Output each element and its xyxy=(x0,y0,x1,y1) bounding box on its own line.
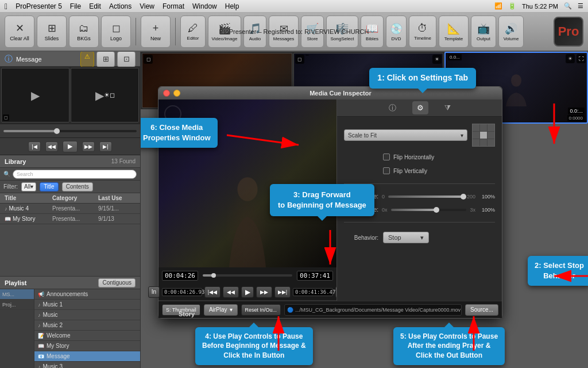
scrubber-track[interactable] xyxy=(3,130,137,132)
list-item[interactable]: ♪ Music 1 xyxy=(34,300,140,310)
list-item[interactable]: 📝 Welcome xyxy=(34,331,140,341)
mci-tab-sliders[interactable]: ⧩ xyxy=(440,101,455,115)
logo-button[interactable]: ◻ Logo xyxy=(101,16,131,48)
editor-button[interactable]: 🖊 Editor xyxy=(180,16,206,48)
editor-icon: 🖊 xyxy=(188,22,198,34)
contiguous-button[interactable]: Contiguous xyxy=(98,278,136,288)
bg-corner-btn-2[interactable]: ☀ xyxy=(432,55,442,64)
apple-menu[interactable]:  xyxy=(5,2,7,11)
slides-button[interactable]: ⊞ Slides xyxy=(37,16,67,48)
volume-slider[interactable] xyxy=(388,195,463,198)
message-bar: ⓘ Message ⚠ ⊞ ⊡ xyxy=(0,52,140,67)
table-row[interactable]: ♪ Music 4 Presenta... 9/15/1... xyxy=(0,204,140,214)
playrate-slider[interactable] xyxy=(391,209,467,211)
filter-contents-btn[interactable]: Contents xyxy=(62,182,93,191)
time-knob[interactable] xyxy=(211,273,216,278)
menu-actions[interactable]: Actions xyxy=(109,2,131,10)
reset-inout-button[interactable]: Reset In/Ou... xyxy=(241,304,281,316)
mci-play[interactable]: ▶ xyxy=(241,286,254,298)
airplay-button[interactable]: AirPlay ▾ xyxy=(204,304,238,316)
mci-skip-back[interactable]: |◀◀ xyxy=(204,286,220,298)
menu-file[interactable]: File xyxy=(70,2,81,10)
item-icon-music3: ♪ xyxy=(38,364,41,369)
scale-dropdown[interactable]: Scale to Fit ▾ xyxy=(344,129,467,141)
list-item[interactable]: 📖 My Story xyxy=(34,341,140,351)
new-button[interactable]: + New xyxy=(141,16,171,48)
live-preview-sun[interactable]: ☀ xyxy=(566,54,575,63)
warning-icon: ⚠ xyxy=(80,51,94,67)
time-slider[interactable] xyxy=(203,274,292,277)
mci-skip-ff[interactable]: ▶▶| xyxy=(274,286,291,298)
mci-ff[interactable]: ▶▶ xyxy=(256,286,272,298)
action-btn-2[interactable]: ⊡ xyxy=(117,51,136,67)
table-row[interactable]: 📖 My Story Presenta... 9/1/13 xyxy=(0,214,140,224)
filter-option: All xyxy=(24,183,30,190)
scale-chevron: ▾ xyxy=(461,132,463,139)
playlist-group-ms[interactable]: MS... xyxy=(0,289,34,300)
item-icon-announcements: 📢 xyxy=(38,292,44,297)
item-label-music: Music xyxy=(43,312,58,318)
action-btn-1[interactable]: ⊞ xyxy=(96,51,115,67)
preview-thumb-1[interactable]: ▶ ◻ xyxy=(1,68,69,122)
mci-tab-info[interactable]: ⓘ xyxy=(384,101,401,116)
mci-tab-settings[interactable]: ⚙ xyxy=(412,101,428,114)
list-item[interactable]: ♪ Music xyxy=(34,310,140,320)
menu-edit[interactable]: Edit xyxy=(89,2,101,10)
mci-minimize-button[interactable] xyxy=(173,90,180,97)
rate-min: 0x xyxy=(382,207,388,213)
thumbnail-button[interactable]: S: Thumbnail xyxy=(162,304,200,316)
skip-back-button[interactable]: |◀ xyxy=(28,141,41,152)
menu-view[interactable]: View xyxy=(140,2,154,10)
search-icon[interactable]: 🔍 xyxy=(564,2,572,10)
clear-all-button[interactable]: ✕ Clear All xyxy=(5,16,34,48)
menu-icon[interactable]: ☰ xyxy=(578,2,583,10)
scrubber-bar[interactable] xyxy=(0,124,140,138)
rewind-button[interactable]: ◀◀ xyxy=(45,141,58,152)
behavior-dropdown[interactable]: Stop ▾ xyxy=(383,232,429,243)
timeline-button[interactable]: ⏱ Timeline xyxy=(409,16,436,48)
col-title: Title xyxy=(5,195,52,201)
template-icon: 📐 xyxy=(447,22,460,35)
scale-grid[interactable] xyxy=(472,124,495,147)
list-item[interactable]: ♪ Music 3 xyxy=(34,362,140,368)
live-preview-fullscreen[interactable]: ⛶ xyxy=(577,54,586,63)
library-section: Library 13 Found 🔍 Search Filter: All ▾ … xyxy=(0,155,140,276)
list-item[interactable]: ♪ Music 2 xyxy=(34,320,140,331)
filter-title-btn[interactable]: Title xyxy=(40,182,59,191)
clear-all-icon: ✕ xyxy=(16,22,24,34)
volume-button[interactable]: 🔊 Volume xyxy=(498,16,524,48)
flip-v-checkbox[interactable] xyxy=(383,167,390,174)
scrubber-thumb[interactable] xyxy=(54,128,60,134)
vol-value: 100% xyxy=(479,194,495,200)
vol-min: 0 xyxy=(382,194,385,200)
preview-thumb-2[interactable]: ▶ ☀ ◻ xyxy=(71,68,139,122)
dvd-button[interactable]: 💿 DVD xyxy=(386,16,407,48)
menu-propresenter[interactable]: ProPresenter 5 xyxy=(16,2,62,10)
template-button[interactable]: 📐 Template xyxy=(439,16,469,48)
output-button[interactable]: 📺 Output xyxy=(471,16,496,48)
vol-knob[interactable] xyxy=(461,194,466,200)
list-item-message[interactable]: 📧 Message xyxy=(34,351,140,362)
in-button[interactable]: In xyxy=(148,286,160,298)
bkgs-button[interactable]: 🗂 BKGs xyxy=(69,16,99,48)
mci-title: Media Cue Inspector xyxy=(184,90,497,97)
play-button[interactable]: ▶ xyxy=(63,141,78,152)
search-input[interactable]: Search xyxy=(13,170,137,179)
rate-knob[interactable] xyxy=(434,207,439,213)
thumb-corner-2[interactable]: ☀ xyxy=(104,91,110,99)
fast-forward-button[interactable]: ▶▶ xyxy=(82,141,95,152)
playlist-group-proj[interactable]: Proj... xyxy=(0,300,34,310)
skip-forward-button[interactable]: ▶| xyxy=(99,141,112,152)
airplay-chevron: ▾ xyxy=(230,306,233,313)
mci-rewind[interactable]: ◀◀ xyxy=(223,286,239,298)
source-button[interactable]: Source... xyxy=(465,304,498,316)
mci-close-button[interactable] xyxy=(163,90,170,97)
list-item[interactable]: 📢 Announcements xyxy=(34,289,140,300)
menu-help[interactable]: Help xyxy=(225,2,239,10)
info-icon: ⓘ xyxy=(5,54,13,64)
menu-format[interactable]: Format xyxy=(163,2,184,10)
filter-select[interactable]: All ▾ xyxy=(21,182,36,191)
bg-corner-icon-2: ◻ xyxy=(295,55,304,64)
flip-h-checkbox[interactable] xyxy=(383,154,390,160)
menu-window[interactable]: Window xyxy=(192,2,217,10)
